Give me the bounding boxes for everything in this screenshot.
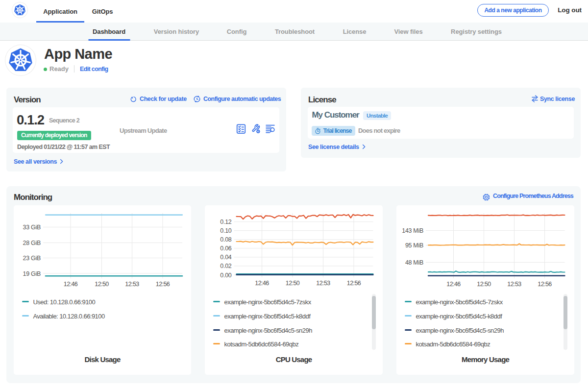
svg-text:12:46: 12:46 bbox=[255, 280, 269, 287]
svg-text:12:56: 12:56 bbox=[156, 281, 170, 288]
svg-text:0.00: 0.00 bbox=[220, 272, 231, 279]
svg-text:12:56: 12:56 bbox=[347, 280, 361, 287]
svg-text:12:53: 12:53 bbox=[507, 281, 521, 288]
svg-text:0.12: 0.12 bbox=[220, 219, 231, 225]
svg-text:19 GiB: 19 GiB bbox=[23, 270, 41, 277]
svg-text:12:46: 12:46 bbox=[64, 281, 78, 288]
svg-text:0.10: 0.10 bbox=[220, 227, 231, 234]
svg-text:48 MiB: 48 MiB bbox=[405, 259, 423, 266]
svg-text:95 MiB: 95 MiB bbox=[405, 242, 423, 249]
svg-text:33 GiB: 33 GiB bbox=[23, 224, 41, 231]
svg-text:12:56: 12:56 bbox=[538, 281, 552, 288]
svg-text:12:50: 12:50 bbox=[286, 280, 300, 287]
svg-text:28 GiB: 28 GiB bbox=[23, 240, 41, 246]
svg-text:12:46: 12:46 bbox=[446, 281, 461, 288]
svg-text:12:50: 12:50 bbox=[95, 281, 109, 288]
svg-text:12:50: 12:50 bbox=[477, 281, 491, 288]
svg-text:23 GiB: 23 GiB bbox=[23, 255, 41, 262]
svg-text:0.04: 0.04 bbox=[220, 254, 231, 261]
svg-text:12:53: 12:53 bbox=[316, 280, 330, 287]
svg-text:0.08: 0.08 bbox=[220, 236, 231, 243]
svg-text:0.02: 0.02 bbox=[220, 263, 231, 269]
svg-text:12:53: 12:53 bbox=[125, 281, 139, 288]
svg-text:143 MiB: 143 MiB bbox=[402, 227, 423, 234]
svg-text:0.06: 0.06 bbox=[220, 245, 231, 252]
